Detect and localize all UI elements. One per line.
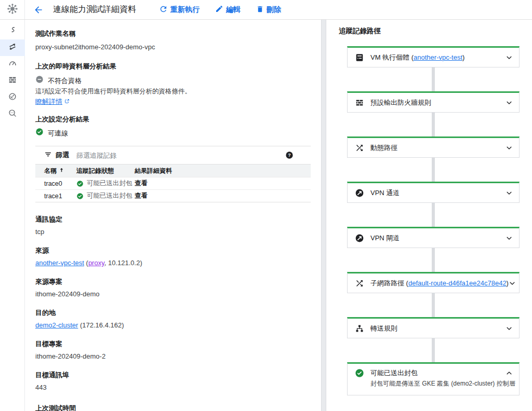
table-row: trace0 可能已送出封包 查看 — [35, 177, 311, 189]
column-name-header[interactable]: 名稱 — [44, 167, 57, 175]
trace-path-cards: VM 執行個體 (another-vpc-test) 預設輸出防火牆規則 — [347, 46, 520, 395]
column-detail-header[interactable]: 結果詳細資料 — [135, 167, 311, 175]
destination-value: demo2-cluster (172.16.4.162) — [35, 321, 311, 330]
network-analyzer-icon — [8, 92, 17, 103]
route-icon — [355, 143, 364, 153]
destination-label: 目的地 — [35, 309, 311, 317]
firewall-rule-icon — [355, 98, 364, 107]
trace-status: 可能已送出封包 — [87, 191, 132, 200]
sidebar-item-flow-analyzer[interactable] — [0, 106, 25, 122]
target-project-label: 目標專案 — [35, 340, 311, 348]
rerun-button[interactable]: 重新執行 — [159, 5, 200, 15]
trace-step-packet-delivered[interactable]: 可能已送出封包 封包可能是傳送至 GKE 叢集 (demo2-cluster) … — [347, 362, 520, 395]
connectivity-tests-icon — [8, 42, 17, 53]
performance-dashboard-icon — [8, 59, 17, 70]
config-analysis-label: 上次設定分析結果 — [35, 115, 311, 124]
check-circle-icon — [76, 180, 84, 187]
subnet-route-link[interactable]: default-route-d46fa1ee24c78e42 — [408, 279, 507, 287]
trace-name: trace0 — [44, 180, 76, 187]
check-circle-icon — [355, 368, 364, 378]
trace-step-forwarding-rule[interactable]: 轉送規則 — [347, 317, 520, 338]
edit-button[interactable]: 編輯 — [215, 5, 241, 15]
chevron-down-icon[interactable] — [506, 144, 513, 152]
chevron-down-icon[interactable] — [509, 280, 516, 287]
header-actions: 重新執行 編輯 刪除 — [159, 5, 281, 15]
chevron-down-icon[interactable] — [506, 54, 513, 61]
test-details-panel: 測試作業名稱 proxy-subnet2ithome-202409-demo-v… — [25, 20, 321, 411]
left-icon-nav — [0, 20, 25, 411]
refresh-icon — [159, 5, 168, 15]
firewall-insights-icon — [8, 75, 17, 87]
trace-step-vpn-gateway[interactable]: VPN 閘道 — [347, 227, 520, 248]
destination-cluster-link[interactable]: demo2-cluster — [35, 321, 78, 329]
product-logo-cell — [0, 0, 25, 19]
check-circle-icon — [35, 128, 44, 139]
trace-filter-row: 篩選 ? — [35, 146, 311, 164]
flow-analyzer-icon — [8, 108, 17, 120]
sidebar-item-network-analyzer[interactable] — [0, 89, 25, 106]
table-row: trace1 可能已送出封包 查看 — [35, 189, 311, 202]
external-link-icon — [64, 98, 70, 106]
trace-table: 篩選 ? 名稱 追蹤記錄狀態 結果詳細資料 trace0 — [35, 146, 311, 202]
source-label: 來源 — [35, 246, 311, 255]
view-result-link[interactable]: 查看 — [135, 192, 148, 199]
config-analysis-status: 可連線 — [35, 128, 311, 139]
trace-step-subnet-route[interactable]: 子網路路徑 (default-route-d46fa1ee24c78e42) — [347, 272, 520, 293]
chevron-down-icon[interactable] — [506, 235, 513, 242]
trace-step-vm-instance[interactable]: VM 執行個體 (another-vpc-test) — [347, 46, 520, 67]
protocol-label: 通訊協定 — [35, 215, 311, 224]
chevron-up-icon[interactable] — [506, 369, 513, 377]
trace-name: trace1 — [44, 193, 76, 200]
trace-step-firewall-rule[interactable]: 預設輸出防火牆規則 — [347, 91, 520, 113]
topology-icon — [8, 25, 17, 37]
ineligible-icon — [35, 75, 44, 86]
live-analysis-label: 上次的即時資料層分析結果 — [35, 62, 311, 71]
panel-splitter[interactable] — [321, 20, 326, 411]
top-app-bar: 連線能力測試詳細資料 重新執行 編輯 刪除 — [0, 0, 532, 20]
live-analysis-description: 這項設定不符合使用進行即時資料層分析的資格條件。 — [35, 87, 311, 96]
chevron-down-icon[interactable] — [506, 325, 513, 332]
chevron-down-icon[interactable] — [506, 189, 513, 197]
live-analysis-status: 不符合資格 — [35, 75, 311, 86]
back-button[interactable] — [32, 4, 45, 16]
sidebar-item-connectivity-tests[interactable] — [0, 39, 25, 56]
last-test-time-label: 上次測試時間 — [35, 404, 311, 411]
protocol-value: tcp — [35, 228, 311, 236]
target-project-value: ithome-202409-demo-2 — [35, 352, 311, 361]
chevron-down-icon[interactable] — [506, 99, 513, 106]
check-circle-icon — [76, 193, 84, 200]
trace-path-panel: 追蹤記錄路徑 VM 執行個體 (another-vpc-test) — [326, 20, 532, 411]
packet-delivered-detail: 封包可能是傳送至 GKE 叢集 (demo2-cluster) 控制層 — [370, 379, 515, 388]
vpn-tunnel-icon — [355, 188, 364, 198]
test-name-label: 測試作業名稱 — [35, 30, 311, 38]
delete-button[interactable]: 刪除 — [256, 5, 281, 15]
sidebar-item-topology[interactable] — [0, 23, 25, 39]
forwarding-rule-icon — [355, 324, 364, 333]
svg-text:?: ? — [288, 153, 290, 158]
learn-more-link[interactable]: 瞭解詳情 — [35, 97, 70, 106]
trace-table-header: 名稱 追蹤記錄狀態 結果詳細資料 — [35, 164, 311, 177]
view-result-link[interactable]: 查看 — [135, 180, 148, 187]
trace-step-dynamic-route[interactable]: 動態路徑 — [347, 136, 520, 158]
trace-filter-input[interactable] — [76, 152, 285, 159]
column-status-header[interactable]: 追蹤記錄狀態 — [76, 167, 135, 175]
help-icon[interactable]: ? — [285, 151, 294, 159]
source-project-value: ithome-202409-demo — [35, 290, 311, 298]
vm-instance-link[interactable]: another-vpc-test — [414, 53, 462, 61]
sidebar-item-firewall-insights[interactable] — [0, 73, 25, 89]
network-hub-icon — [7, 3, 18, 17]
trace-step-vpn-tunnel[interactable]: VPN 通道 — [347, 182, 520, 203]
connectivity-test-details-page: 連線能力測試詳細資料 重新執行 編輯 刪除 — [0, 0, 532, 411]
source-project-label: 來源專案 — [35, 278, 311, 286]
filter-icon — [44, 150, 52, 160]
target-port-value: 443 — [35, 383, 311, 392]
source-value: another-vpc-test (proxy, 10.121.0.2) — [35, 259, 311, 267]
trace-path-title: 追蹤記錄路徑 — [339, 26, 532, 36]
trace-status: 可能已送出封包 — [87, 179, 132, 188]
sort-ascending-icon[interactable] — [59, 167, 64, 174]
source-instance-link[interactable]: another-vpc-test — [35, 259, 84, 267]
source-interface-link[interactable]: proxy — [88, 259, 104, 267]
sidebar-item-performance-dashboard[interactable] — [0, 56, 25, 73]
target-port-label: 目標通訊埠 — [35, 371, 311, 379]
pencil-icon — [215, 5, 223, 15]
